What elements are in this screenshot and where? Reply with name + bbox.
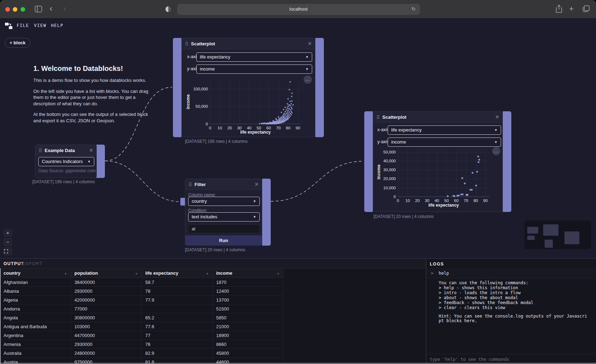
input-handle[interactable] [173,38,181,137]
site-privacy-icon[interactable] [165,6,172,12]
scatter-point [291,112,293,113]
more-options-button[interactable]: ... [492,147,500,155]
table-row[interactable]: Antigua and Barbuda10300077.621000 [0,322,283,331]
forward-icon[interactable]: › [63,4,66,13]
scatter-chart: income life expectancy 01020304050607080… [373,112,502,212]
column-header[interactable]: country▲ [0,269,71,278]
x-tick-label: 60 [452,198,461,203]
add-block-button[interactable]: + block [5,38,30,48]
traffic-light-zoom[interactable] [21,7,25,12]
table-row[interactable]: Algeria4200000077.913700 [0,296,283,304]
url-bar[interactable]: localhost ↻ [177,4,420,15]
column-header[interactable]: population▲ [71,269,142,278]
welcome-note: 1. Welcome to Datablocks! This is a demo… [33,65,156,128]
table-row[interactable]: Argentina447000007718900 [0,331,283,340]
table-cell: Andorra [0,304,71,313]
table-cell: 77 [142,331,213,340]
scatter-point [288,117,290,118]
more-options-button[interactable]: ... [304,75,312,84]
scatter-point [285,114,286,116]
new-tab-icon[interactable]: + [569,4,574,13]
dataset-select[interactable]: Countries Indicators ▼ [38,157,94,166]
y-tick-label: 50,000 [375,150,396,154]
output-handle[interactable] [503,111,511,212]
menu-item-file[interactable]: FILE [17,23,29,28]
node-scatterplot-2[interactable]: Scatterplot ✕ x-axis life expectancy ▼ y… [373,111,503,212]
reload-icon[interactable]: ↻ [411,6,416,12]
close-icon[interactable]: ✕ [89,147,93,153]
traffic-light-close[interactable] [5,7,10,12]
table-row[interactable]: Armenia2930000768660 [0,340,283,349]
run-button[interactable]: Run [185,235,262,245]
sort-icon[interactable]: ▲ [206,272,209,275]
traffic-light-minimize[interactable] [13,7,17,12]
table-row[interactable]: Andorra7700051500 [0,304,283,313]
table-row[interactable]: Australia2480000082.945800 [0,349,283,358]
sort-icon[interactable]: ▲ [64,272,67,275]
table-cell: 12400 [213,287,283,295]
welcome-paragraph: This is a demo flow to show you how data… [33,77,156,84]
node-header[interactable]: Filter ✕ [185,179,262,190]
scrollbar-vertical[interactable] [0,268,1,364]
log-line: You can use the following commands: [439,281,593,286]
log-line: Hint: You can see the console.log output… [439,314,593,319]
drag-handle-icon[interactable] [189,182,192,186]
column-header[interactable]: income▲ [213,269,283,278]
scatter-point [291,96,292,97]
fit-view-button[interactable] [4,247,12,255]
table-cell: 8660 [213,340,283,348]
scatter-point [471,189,473,191]
tab-overview-icon[interactable] [583,5,590,12]
table-cell: 77000 [71,304,142,313]
scatter-point [475,185,477,186]
filter-value-input[interactable] [188,224,260,233]
scrollbar-horizontal[interactable] [0,363,596,364]
scatter-point [287,111,288,113]
x-tick-label: 70 [274,126,283,130]
sidebar-toggle-icon[interactable] [35,6,42,12]
output-tabbar: OUTPUT EXPORT [0,259,426,269]
tab-output[interactable]: OUTPUT [4,261,24,266]
share-icon[interactable] [556,5,562,13]
sort-icon[interactable]: ▲ [277,272,280,275]
node-scatterplot-1[interactable]: Scatterplot ✕ x-axis life expectancy ▼ y… [181,38,315,137]
scatter-point [461,177,463,179]
column-select[interactable]: country ▼ [188,197,260,206]
close-icon[interactable]: ✕ [254,181,259,187]
minimap[interactable] [524,220,591,249]
table-row[interactable]: Angola3080000065.25850 [0,313,283,322]
logs-command-input[interactable] [426,354,596,364]
x-tick-label: 20 [413,198,422,203]
y-tick-label: 10,000 [375,186,396,190]
tab-export[interactable]: EXPORT [22,261,43,266]
flow-canvas[interactable]: + block 1. Welcome to Datablocks! This i… [0,33,596,258]
column-select-value: country [192,198,207,204]
logs-body: >helpYou can use the following commands:… [426,269,596,324]
sort-icon[interactable]: ▲ [135,272,138,275]
menu-item-help[interactable]: HELP [51,23,63,28]
menu-item-view[interactable]: VIEW [34,23,46,28]
zoom-out-button[interactable]: − [4,238,12,246]
output-handle[interactable] [96,145,105,178]
output-handle[interactable] [262,179,271,246]
table-cell: 1870 [213,278,283,286]
log-line: > intro - loads the intro a flow [439,291,593,296]
column-header[interactable]: life expectancy▲ [142,269,213,278]
table-row[interactable]: Albania29300007812400 [0,287,283,296]
scatter-point [285,107,286,108]
zoom-in-button[interactable]: + [4,229,12,237]
drag-handle-icon[interactable] [39,148,42,152]
input-handle[interactable] [364,111,373,212]
node-example-data[interactable]: Example Data ✕ Countries Indicators ▼ Da… [35,145,97,178]
output-panel: OUTPUT EXPORT country▲population▲life ex… [0,259,426,364]
node-header[interactable]: Example Data ✕ [35,145,96,156]
table-cell: 76 [142,340,213,348]
scatter-point [476,171,478,173]
app-window: ‹ › localhost ↻ + FILE VIEW HELP [0,0,596,364]
table-row[interactable]: Afghanistan3640000058.71870 [0,278,283,287]
table-cell: 65.2 [142,313,213,322]
condition-select[interactable]: text includes ▼ [188,212,260,222]
node-filter[interactable]: Filter ✕ Column name: country ▼ Conditio… [185,179,262,246]
output-handle[interactable] [315,38,324,137]
back-icon[interactable]: ‹ [50,4,52,13]
